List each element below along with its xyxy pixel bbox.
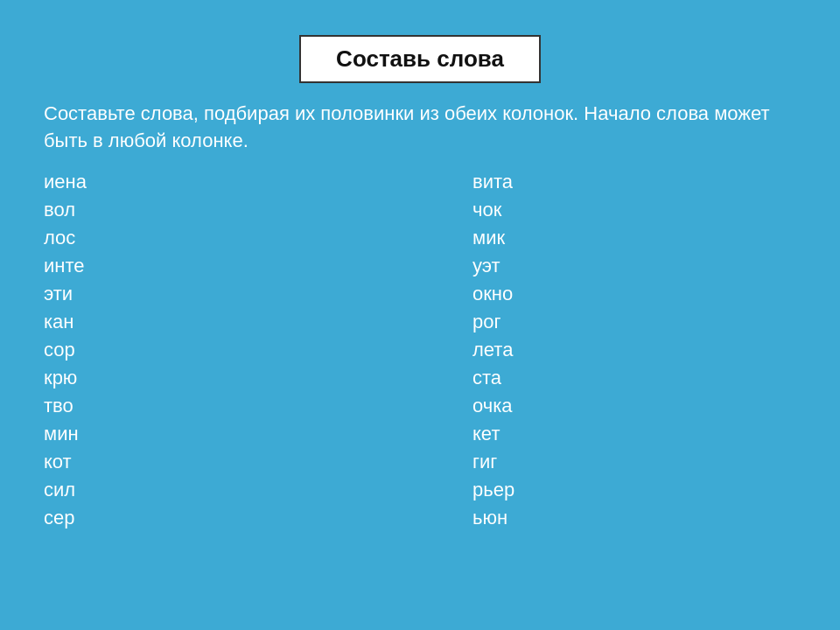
word-row: интеуэт xyxy=(44,253,796,279)
word-right-4: окно xyxy=(420,281,796,307)
word-row: лосмик xyxy=(44,225,796,251)
word-left-11: сил xyxy=(44,477,420,503)
word-right-0: вита xyxy=(420,169,796,195)
word-right-5: рог xyxy=(420,309,796,335)
word-row: этиокно xyxy=(44,281,796,307)
word-left-2: лос xyxy=(44,225,420,251)
word-right-7: ста xyxy=(420,365,796,391)
words-container: иенавитаволчоклосмикинтеуэтэтиокноканрог… xyxy=(44,169,796,531)
word-row: сорлета xyxy=(44,337,796,363)
word-left-1: вол xyxy=(44,197,420,223)
word-left-0: иена xyxy=(44,169,420,195)
word-right-2: мик xyxy=(420,225,796,251)
word-left-7: крю xyxy=(44,365,420,391)
word-right-9: кет xyxy=(420,421,796,447)
word-row: серьюн xyxy=(44,505,796,531)
word-row: крюста xyxy=(44,365,796,391)
word-left-12: сер xyxy=(44,505,420,531)
word-left-6: сор xyxy=(44,337,420,363)
word-row: силрьер xyxy=(44,477,796,503)
title-text: Составь слова xyxy=(336,46,504,72)
word-right-10: гиг xyxy=(420,449,796,475)
word-right-1: чок xyxy=(420,197,796,223)
word-left-5: кан xyxy=(44,309,420,335)
word-left-3: инте xyxy=(44,253,420,279)
word-row: иенавита xyxy=(44,169,796,195)
word-right-11: рьер xyxy=(420,477,796,503)
word-row: канрог xyxy=(44,309,796,335)
word-left-4: эти xyxy=(44,281,420,307)
title-box: Составь слова xyxy=(299,35,541,83)
word-row: минкет xyxy=(44,421,796,447)
word-left-9: мин xyxy=(44,421,420,447)
main-container: Составь слова Составьте слова, подбирая … xyxy=(18,18,822,612)
word-row: волчок xyxy=(44,197,796,223)
word-row: котгиг xyxy=(44,449,796,475)
word-right-3: уэт xyxy=(420,253,796,279)
word-right-6: лета xyxy=(420,337,796,363)
word-right-12: ьюн xyxy=(420,505,796,531)
word-left-10: кот xyxy=(44,449,420,475)
instruction-text: Составьте слова, подбирая их половинки и… xyxy=(44,101,796,155)
word-row: твоочка xyxy=(44,393,796,419)
word-left-8: тво xyxy=(44,393,420,419)
word-right-8: очка xyxy=(420,393,796,419)
